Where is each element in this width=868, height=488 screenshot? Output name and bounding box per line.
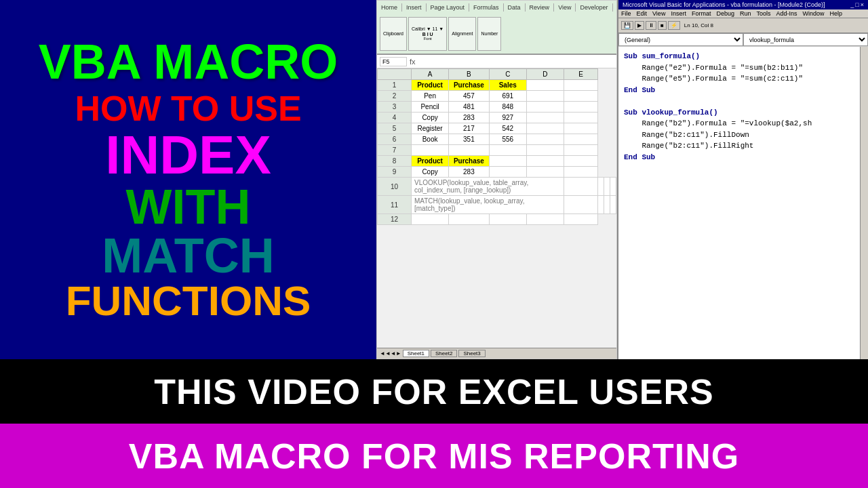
- vbe-btn-mode[interactable]: ⚡: [668, 21, 680, 30]
- vbe-menu-help[interactable]: Help: [830, 10, 843, 17]
- cell-2-a[interactable]: Pen: [412, 91, 449, 102]
- sheet-tab-1[interactable]: Sheet1: [403, 350, 429, 357]
- cell-8-e[interactable]: [564, 156, 597, 167]
- cell-2-b[interactable]: 457: [449, 91, 490, 102]
- cell-10-d[interactable]: [604, 178, 610, 196]
- cell-7-c[interactable]: [489, 145, 526, 156]
- vbe-menu-format[interactable]: Format: [692, 10, 711, 17]
- tab-insert[interactable]: Insert: [402, 3, 427, 12]
- cell-10-e[interactable]: [610, 178, 616, 196]
- cell-2-e[interactable]: [564, 91, 597, 102]
- cell-3-b[interactable]: 481: [449, 102, 490, 113]
- cell-6-a[interactable]: Book: [412, 134, 449, 145]
- vbe-menu-debug[interactable]: Debug: [716, 10, 734, 17]
- vbe-menu-run[interactable]: Run: [740, 10, 751, 17]
- vbe-code-editor[interactable]: Sub sum_formula() Range("e2").Formula = …: [618, 47, 860, 359]
- cell-2-c[interactable]: 691: [489, 91, 526, 102]
- cell-12-c[interactable]: [489, 214, 526, 225]
- cell-11-e[interactable]: [610, 196, 616, 214]
- cell-9-a[interactable]: Copy: [412, 167, 449, 178]
- cell-8-b[interactable]: Purchase: [449, 156, 490, 167]
- cell-11-a[interactable]: MATCH(lookup_value, lookup_array, [match…: [412, 196, 564, 214]
- cell-1-a[interactable]: Product: [412, 80, 449, 91]
- cell-2-d[interactable]: [526, 91, 564, 102]
- cell-1-c[interactable]: Sales: [489, 80, 526, 91]
- cell-1-e[interactable]: [564, 80, 597, 91]
- col-header-b[interactable]: B: [449, 69, 490, 80]
- tab-pagelayout[interactable]: Page Layout: [427, 3, 470, 12]
- cell-6-b[interactable]: 351: [449, 134, 490, 145]
- cell-8-d[interactable]: [526, 156, 564, 167]
- cell-4-d[interactable]: [526, 113, 564, 123]
- cell-5-b[interactable]: 217: [449, 123, 490, 134]
- vbe-menu-window[interactable]: Window: [803, 10, 825, 17]
- vbe-menu-tools[interactable]: Tools: [756, 10, 770, 17]
- vbe-maximize[interactable]: □: [855, 1, 859, 8]
- tab-developer[interactable]: Developer: [576, 3, 612, 12]
- col-header-d[interactable]: D: [526, 69, 564, 80]
- cell-5-e[interactable]: [564, 123, 597, 134]
- cell-11-b[interactable]: [564, 196, 597, 214]
- vbe-menu-insert[interactable]: Insert: [671, 10, 686, 17]
- vbe-btn-run[interactable]: ▶: [635, 21, 644, 30]
- vbe-btn-break[interactable]: ⏸: [646, 21, 656, 30]
- cell-1-b[interactable]: Purchase: [449, 80, 490, 91]
- vbe-close[interactable]: ×: [861, 1, 864, 8]
- vbe-menu-addins[interactable]: Add-Ins: [776, 10, 797, 17]
- tab-view[interactable]: View: [554, 3, 576, 12]
- cell-7-a[interactable]: [412, 145, 449, 156]
- cell-11-c[interactable]: [597, 196, 604, 214]
- cell-12-b[interactable]: [449, 214, 490, 225]
- cell-9-e[interactable]: [564, 167, 597, 178]
- vbe-btn-reset[interactable]: ■: [658, 21, 667, 30]
- sheet-tab-2[interactable]: Sheet2: [431, 350, 457, 357]
- excel-grid[interactable]: A B C D E 1ProductPurchaseSales2Pen45769…: [377, 68, 616, 348]
- cell-9-c[interactable]: [489, 167, 526, 178]
- col-header-e[interactable]: E: [564, 69, 597, 80]
- cell-6-e[interactable]: [564, 134, 597, 145]
- vbe-menu-edit[interactable]: Edit: [637, 10, 648, 17]
- cell-3-d[interactable]: [526, 102, 564, 113]
- vbe-procedure-dropdown[interactable]: vlookup_formula: [743, 33, 868, 46]
- sheet-tab-3[interactable]: Sheet3: [458, 350, 485, 357]
- cell-10-b[interactable]: [564, 178, 597, 196]
- cell-7-d[interactable]: [526, 145, 564, 156]
- vbe-btn-save[interactable]: 💾: [621, 21, 633, 30]
- cell-4-a[interactable]: Copy: [412, 113, 449, 123]
- cell-12-d[interactable]: [526, 214, 564, 225]
- cell-8-c[interactable]: [489, 156, 526, 167]
- cell-7-e[interactable]: [564, 145, 597, 156]
- vbe-menu-file[interactable]: File: [621, 10, 631, 17]
- tab-formulas[interactable]: Formulas: [469, 3, 504, 12]
- cell-1-d[interactable]: [526, 80, 564, 91]
- cell-8-a[interactable]: Product: [412, 156, 449, 167]
- cell-7-b[interactable]: [449, 145, 490, 156]
- cell-4-b[interactable]: 283: [449, 113, 490, 123]
- tab-data[interactable]: Data: [504, 3, 526, 12]
- vbe-scrollbar[interactable]: [860, 47, 868, 359]
- col-header-a[interactable]: A: [412, 69, 449, 80]
- cell-9-d[interactable]: [526, 167, 564, 178]
- tab-review[interactable]: Review: [526, 3, 555, 12]
- vbe-scope-dropdown[interactable]: (General): [618, 33, 743, 46]
- cell-10-c[interactable]: [597, 178, 604, 196]
- vbe-menu-view[interactable]: View: [652, 10, 665, 17]
- cell-3-a[interactable]: Pencil: [412, 102, 449, 113]
- cell-11-d[interactable]: [604, 196, 610, 214]
- vbe-window-controls[interactable]: _ □ ×: [850, 1, 864, 8]
- cell-5-a[interactable]: Register: [412, 123, 449, 134]
- vbe-minimize[interactable]: _: [850, 1, 854, 8]
- cell-12-e[interactable]: [564, 214, 597, 225]
- cell-5-c[interactable]: 542: [489, 123, 526, 134]
- col-header-c[interactable]: C: [489, 69, 526, 80]
- cell-5-d[interactable]: [526, 123, 564, 134]
- cell-12-a[interactable]: [412, 214, 449, 225]
- cell-4-c[interactable]: 927: [489, 113, 526, 123]
- cell-6-d[interactable]: [526, 134, 564, 145]
- cell-10-a[interactable]: VLOOKUP(lookup_value, table_array, col_i…: [412, 178, 564, 196]
- cell-3-e[interactable]: [564, 102, 597, 113]
- cell-4-e[interactable]: [564, 113, 597, 123]
- cell-9-b[interactable]: 283: [449, 167, 490, 178]
- name-box[interactable]: F5: [380, 57, 407, 66]
- tab-home[interactable]: Home: [377, 3, 402, 12]
